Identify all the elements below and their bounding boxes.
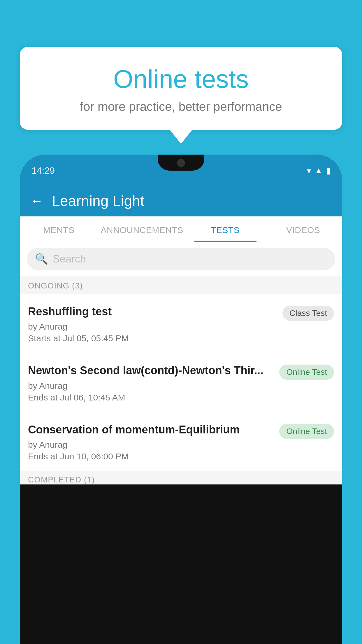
tag-class-test: Class Test bbox=[282, 306, 334, 321]
test-author: by Anurag bbox=[28, 322, 278, 332]
app-header: ← Learning Light bbox=[20, 187, 342, 216]
tab-announcements[interactable]: ANNOUNCEMENTS bbox=[98, 216, 186, 242]
bubble-title: Online tests bbox=[31, 64, 331, 94]
time-label: Ends at bbox=[28, 393, 58, 402]
test-info: Conservation of momentum-Equilibrium by … bbox=[28, 423, 275, 461]
test-author: by Anurag bbox=[28, 381, 275, 391]
test-name: Conservation of momentum-Equilibrium bbox=[28, 423, 275, 437]
camera bbox=[177, 159, 185, 167]
time-value: Jul 05, 05:45 PM bbox=[63, 333, 129, 343]
completed-section-label: COMPLETED (1) bbox=[20, 471, 342, 484]
ongoing-section-label: ONGOING (3) bbox=[20, 276, 342, 294]
phone-notch bbox=[158, 155, 204, 171]
status-bar: 14:29 ▾ ▲ ▮ bbox=[20, 155, 342, 187]
test-item[interactable]: Conservation of momentum-Equilibrium by … bbox=[20, 412, 342, 471]
test-info: Newton's Second law(contd)-Newton's Thir… bbox=[28, 363, 275, 402]
battery-icon: ▮ bbox=[326, 166, 331, 176]
status-icons: ▾ ▲ ▮ bbox=[307, 166, 331, 176]
tag-online-test: Online Test bbox=[279, 365, 334, 380]
tab-tests[interactable]: TESTS bbox=[186, 216, 264, 242]
content-area: 🔍 Search ONGOING (3) Reshuffling test by… bbox=[20, 242, 342, 484]
test-info: Reshuffling test by Anurag Starts at Jul… bbox=[28, 304, 278, 343]
search-placeholder: Search bbox=[53, 253, 86, 265]
tab-ments[interactable]: MENTS bbox=[20, 216, 98, 242]
tabs-bar: MENTS ANNOUNCEMENTS TESTS VIDEOS bbox=[20, 216, 342, 242]
tab-videos[interactable]: VIDEOS bbox=[264, 216, 342, 242]
test-time: Ends at Jun 10, 06:00 PM bbox=[28, 452, 275, 461]
app-title: Learning Light bbox=[52, 192, 144, 209]
test-time: Ends at Jul 06, 10:45 AM bbox=[28, 393, 275, 402]
search-bar[interactable]: 🔍 Search bbox=[27, 248, 335, 270]
test-name: Reshuffling test bbox=[28, 304, 278, 319]
time-value: Jul 06, 10:45 AM bbox=[60, 393, 125, 402]
signal-icon: ▲ bbox=[314, 166, 323, 175]
phone-frame: 14:29 ▾ ▲ ▮ ← Learning Light MENTS ANNOU… bbox=[20, 155, 342, 644]
time-value: Jun 10, 06:00 PM bbox=[60, 452, 129, 461]
search-container: 🔍 Search bbox=[20, 242, 342, 276]
time-label: Ends at bbox=[28, 452, 58, 461]
tag-online-test-2: Online Test bbox=[279, 424, 334, 439]
test-item[interactable]: Reshuffling test by Anurag Starts at Jul… bbox=[20, 294, 342, 353]
back-button[interactable]: ← bbox=[30, 195, 43, 207]
speech-bubble: Online tests for more practice, better p… bbox=[20, 47, 342, 130]
status-time: 14:29 bbox=[31, 165, 55, 176]
test-author: by Anurag bbox=[28, 440, 275, 450]
search-icon: 🔍 bbox=[35, 253, 48, 265]
time-label: Starts at bbox=[28, 333, 61, 343]
test-time: Starts at Jul 05, 05:45 PM bbox=[28, 333, 278, 343]
test-item[interactable]: Newton's Second law(contd)-Newton's Thir… bbox=[20, 353, 342, 412]
bubble-subtitle: for more practice, better performance bbox=[31, 100, 331, 114]
wifi-icon: ▾ bbox=[307, 166, 311, 176]
test-name: Newton's Second law(contd)-Newton's Thir… bbox=[28, 363, 275, 378]
